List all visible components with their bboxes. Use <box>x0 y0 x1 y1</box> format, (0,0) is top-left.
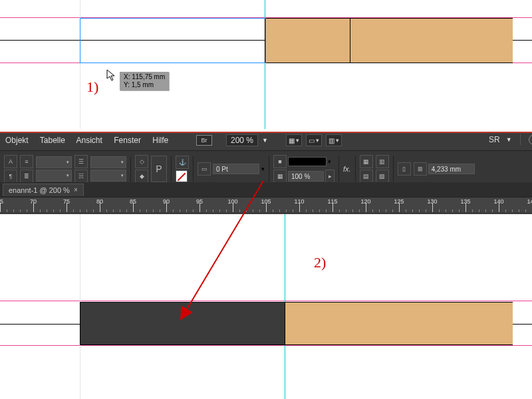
ruler-tick <box>33 203 34 212</box>
table-cell[interactable] <box>265 18 350 63</box>
view-option-2[interactable]: ▭▾ <box>306 134 322 146</box>
document-tabs: enannt-1 @ 200 % × <box>0 182 532 197</box>
ruler-tick <box>66 203 67 212</box>
workspace-switcher[interactable]: SR ▼ <box>489 134 532 145</box>
chevron-down-icon[interactable]: ▼ <box>262 137 268 144</box>
cell-grid-icon[interactable]: ▤ <box>360 170 373 183</box>
ruler-tick <box>492 209 493 212</box>
align-icon[interactable]: ≡ <box>20 155 33 168</box>
ruler-tick <box>399 203 400 212</box>
para-formatting-icon[interactable]: ¶ <box>4 170 17 183</box>
fill-swatch[interactable] <box>288 157 327 166</box>
ruler-tick <box>306 209 307 212</box>
ruler-tick <box>485 209 486 212</box>
stroke-weight-field[interactable]: 0 Pt <box>213 164 259 174</box>
ruler-tick <box>226 209 227 212</box>
ruler-tick <box>86 209 87 212</box>
transform-icon[interactable]: ◇ <box>135 155 148 168</box>
ruler-tick <box>412 209 413 212</box>
annotation-1: 1) <box>86 78 98 96</box>
document-tab[interactable]: enannt-1 @ 200 % × <box>3 184 84 196</box>
separator <box>338 156 339 182</box>
top-canvas-area[interactable]: X: 115,75 mm Y: 1,5 mm 1) <box>0 0 532 129</box>
ruler-tick <box>286 209 287 212</box>
ruler-tick <box>200 203 200 212</box>
search-icon[interactable] <box>529 134 532 145</box>
selected-frame[interactable] <box>80 18 266 63</box>
ruler-tick <box>266 203 267 212</box>
cell-grid-icon[interactable]: ▦ <box>360 155 373 168</box>
menu-bar: Objekt Tabelle Ansicht Fenster Hilfe <box>5 136 178 146</box>
list-icon[interactable]: ☵ <box>74 170 88 183</box>
table-cell[interactable] <box>350 18 513 63</box>
swatch-toggle[interactable]: ■ <box>273 155 287 168</box>
bridge-button[interactable]: Br <box>196 135 212 146</box>
separator <box>393 156 394 182</box>
menu-item-fenster[interactable]: Fenster <box>114 136 141 145</box>
opacity-field[interactable]: 100 % <box>288 171 324 182</box>
zoom-level-value[interactable]: 200 % <box>226 134 258 146</box>
separator <box>171 156 172 182</box>
view-option-3[interactable]: ▥▾ <box>326 134 342 146</box>
ruler-tick <box>160 209 160 212</box>
ruler-tick <box>512 209 513 212</box>
ruler-tick <box>446 209 446 212</box>
ruler-tick <box>293 209 293 212</box>
separator <box>520 134 521 145</box>
border-icon[interactable]: ▯ <box>398 162 411 176</box>
ruler-tick <box>246 209 247 212</box>
fx-button[interactable]: fx. <box>343 165 351 173</box>
menu-item-hilfe[interactable]: Hilfe <box>152 136 168 145</box>
ruler-tick <box>372 209 373 212</box>
bottom-canvas-area[interactable]: 2) <box>0 214 532 399</box>
inset-icon[interactable]: ⊞ <box>414 162 427 176</box>
chevron-right-icon[interactable]: ▸ <box>325 170 334 183</box>
menu-item-tabelle[interactable]: Tabelle <box>40 136 65 145</box>
annotation-2: 2) <box>314 254 326 271</box>
chevron-down-icon[interactable]: ▾ <box>261 166 265 172</box>
zoom-level-combo[interactable]: 200 % ▼ <box>226 134 268 146</box>
char-formatting-icon[interactable]: A <box>4 155 17 168</box>
align-icon[interactable]: ≣ <box>20 170 33 183</box>
opacity-icon[interactable]: ▦ <box>273 170 287 183</box>
ruler-tick <box>332 203 333 212</box>
table-cell[interactable] <box>285 302 513 345</box>
ruler-tick <box>299 203 300 212</box>
style-dropdown[interactable] <box>36 170 72 182</box>
transform-icon[interactable]: ◆ <box>135 170 148 183</box>
ruler-tick <box>339 209 340 212</box>
no-fill-swatch[interactable] <box>176 170 188 182</box>
chevron-down-icon[interactable]: ▾ <box>328 158 331 165</box>
style-dropdown[interactable] <box>90 170 126 182</box>
stroke-icon[interactable]: ▭ <box>198 162 211 176</box>
ruler-tick <box>472 209 473 212</box>
ruler-tick <box>133 203 134 212</box>
cell-grid-icon[interactable]: ▧ <box>376 170 389 183</box>
tab-label: enannt-1 @ 200 % <box>9 186 70 194</box>
view-option-1[interactable]: ▦▾ <box>286 134 302 146</box>
ruler-tick <box>126 209 127 212</box>
ruler-tick <box>233 203 233 212</box>
horizontal-ruler[interactable]: 6570758085909510010511011512012513013514… <box>0 197 532 212</box>
ruler-tick <box>519 209 519 212</box>
table-cell-filled[interactable] <box>80 302 286 345</box>
anchor-icon[interactable]: ⚓ <box>176 156 189 169</box>
cell-grid-icon[interactable]: ▥ <box>376 155 389 168</box>
cell-inset-field[interactable]: 4,233 mm <box>428 164 475 174</box>
style-dropdown[interactable] <box>36 156 72 168</box>
ruler-tick <box>20 209 21 212</box>
close-icon[interactable]: × <box>74 186 78 194</box>
ruler-tick <box>180 209 180 212</box>
menu-item-ansicht[interactable]: Ansicht <box>76 136 102 145</box>
separator <box>269 156 269 182</box>
menu-item-objekt[interactable]: Objekt <box>5 136 29 145</box>
ruler-tick <box>113 209 114 212</box>
style-dropdown[interactable] <box>90 156 126 168</box>
separator <box>130 156 131 182</box>
ruler-tick <box>40 209 41 212</box>
ruler-tick-label: 145 <box>527 198 532 205</box>
list-icon[interactable]: ☰ <box>74 155 88 168</box>
ruler-tick <box>386 209 386 212</box>
paragraph-style-icon[interactable]: P <box>151 156 167 182</box>
ruler-tick <box>426 209 426 212</box>
